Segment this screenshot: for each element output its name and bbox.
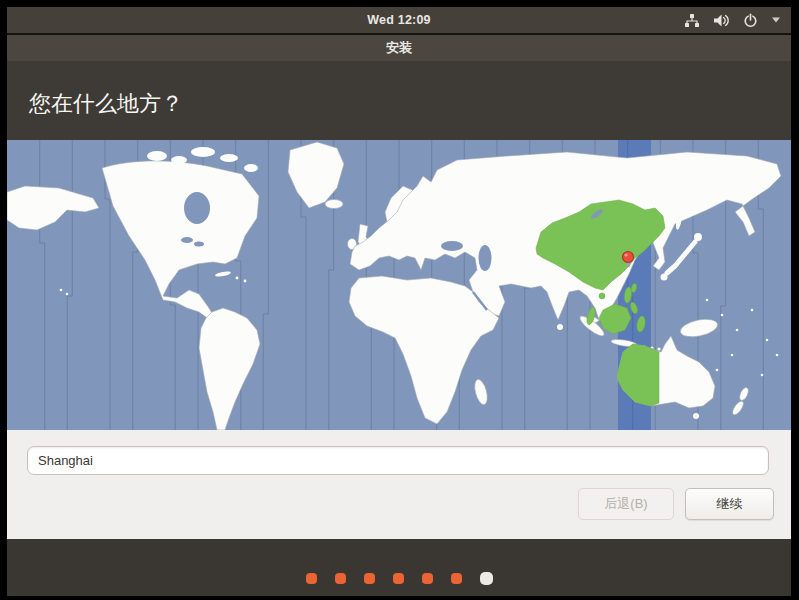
page-title: 您在什么地方？ — [29, 89, 183, 119]
chevron-down-icon[interactable] — [771, 17, 781, 23]
progress-dot-current — [480, 572, 493, 585]
progress-dot-past — [393, 573, 404, 584]
desktop: Wed 12:09 — [7, 7, 791, 596]
progress-dot-past — [422, 573, 433, 584]
progress-dot-past — [306, 573, 317, 584]
network-icon[interactable] — [684, 13, 700, 28]
progress-dot-past — [335, 573, 346, 584]
back-button[interactable]: 后退(B) — [578, 488, 674, 520]
progress-dots — [7, 572, 791, 585]
bottom-strip — [7, 539, 791, 596]
volume-icon[interactable] — [713, 13, 730, 28]
progress-dot-past — [364, 573, 375, 584]
installer-page: 您在什么地方？ — [7, 61, 791, 596]
power-icon[interactable] — [743, 13, 758, 28]
continue-button[interactable]: 继续 — [685, 488, 774, 520]
timezone-city-input[interactable] — [27, 446, 769, 475]
form-panel: 后退(B) 继续 — [7, 430, 791, 539]
clock[interactable]: Wed 12:09 — [367, 13, 430, 27]
progress-dot-past — [451, 573, 462, 584]
window-title: 安装 — [386, 39, 412, 57]
timezone-map[interactable] — [7, 140, 791, 430]
system-tray — [684, 7, 781, 33]
window-titlebar: 安装 — [7, 35, 791, 61]
system-top-bar: Wed 12:09 — [7, 7, 791, 35]
